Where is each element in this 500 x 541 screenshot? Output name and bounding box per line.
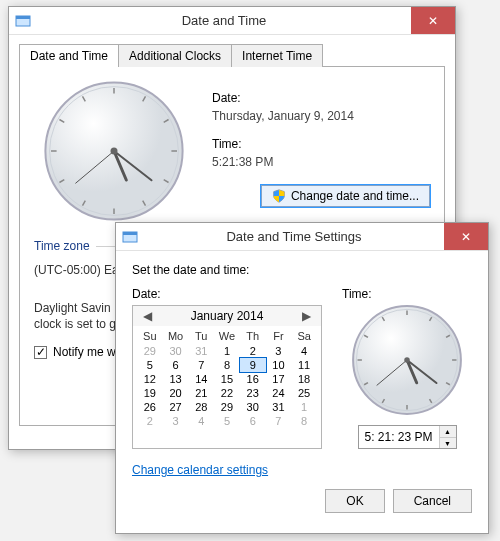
titlebar-settings: Date and Time Settings ✕	[116, 223, 488, 251]
window-icon	[9, 7, 37, 34]
calendar-day[interactable]: 5	[137, 358, 163, 372]
calendar-day[interactable]: 18	[291, 372, 317, 386]
calendar-day[interactable]: 31	[188, 344, 214, 358]
time-label: Time:	[212, 137, 430, 151]
tab-internet-time[interactable]: Internet Time	[231, 44, 323, 67]
analog-clock-small	[352, 305, 462, 415]
notify-label: Notify me w	[53, 345, 116, 359]
calendar-day[interactable]: 30	[163, 344, 189, 358]
time-spinner: ▲ ▼	[439, 426, 456, 448]
calendar-day[interactable]: 7	[266, 414, 292, 428]
calendar-dow: Tu	[188, 328, 214, 344]
calendar-day[interactable]: 12	[137, 372, 163, 386]
svg-point-39	[404, 357, 410, 363]
calendar-day[interactable]: 16	[240, 372, 266, 386]
calendar-day[interactable]: 1	[291, 400, 317, 414]
shield-icon	[272, 189, 286, 203]
calendar-day[interactable]: 23	[240, 386, 266, 400]
calendar-day[interactable]: 11	[291, 358, 317, 372]
svg-rect-1	[16, 16, 30, 19]
calendar-day[interactable]: 29	[137, 344, 163, 358]
check-icon: ✓	[36, 345, 46, 359]
tab-additional-clocks[interactable]: Additional Clocks	[118, 44, 232, 67]
calendar-day[interactable]: 15	[214, 372, 240, 386]
calendar-day[interactable]: 26	[137, 400, 163, 414]
calendar-day[interactable]: 4	[291, 344, 317, 358]
calendar-next-button[interactable]: ▶	[298, 309, 315, 323]
date-value: Thursday, January 9, 2014	[212, 109, 430, 123]
calendar-day[interactable]: 31	[266, 400, 292, 414]
calendar-dow: Th	[240, 328, 266, 344]
time-column-label: Time:	[342, 287, 372, 301]
calendar-day[interactable]: 20	[163, 386, 189, 400]
analog-clock-large	[44, 81, 184, 221]
calendar-day[interactable]: 3	[266, 344, 292, 358]
change-date-and-time-label: Change date and time...	[291, 189, 419, 203]
change-calendar-settings-link[interactable]: Change calendar settings	[132, 463, 268, 477]
change-date-and-time-button[interactable]: Change date and time...	[261, 185, 430, 207]
svg-rect-21	[123, 232, 137, 235]
ok-button[interactable]: OK	[325, 489, 384, 513]
calendar-day[interactable]: 6	[163, 358, 189, 372]
calendar-day[interactable]: 6	[240, 414, 266, 428]
date-and-time-settings-dialog: Date and Time Settings ✕ Set the date an…	[115, 222, 489, 534]
window-icon	[116, 223, 144, 250]
tab-date-and-time[interactable]: Date and Time	[19, 44, 119, 67]
calendar-day[interactable]: 3	[163, 414, 189, 428]
svg-point-19	[111, 148, 118, 155]
calendar-dow: Fr	[266, 328, 292, 344]
calendar-day[interactable]: 7	[188, 358, 214, 372]
calendar-day[interactable]: 21	[188, 386, 214, 400]
calendar-title: January 2014	[191, 309, 264, 323]
calendar-day[interactable]: 27	[163, 400, 189, 414]
calendar-day[interactable]: 5	[214, 414, 240, 428]
calendar-prev-button[interactable]: ◀	[139, 309, 156, 323]
calendar-day[interactable]: 28	[188, 400, 214, 414]
close-icon: ✕	[428, 15, 438, 27]
calendar: ◀ January 2014 ▶ SuMoTuWeThFrSa293031123…	[132, 305, 322, 449]
calendar-grid: SuMoTuWeThFrSa29303112345678910111213141…	[133, 326, 321, 434]
calendar-day[interactable]: 8	[214, 358, 240, 372]
calendar-dow: Mo	[163, 328, 189, 344]
calendar-day[interactable]: 8	[291, 414, 317, 428]
calendar-day[interactable]: 14	[188, 372, 214, 386]
window-title: Date and Time	[37, 13, 411, 28]
calendar-day[interactable]: 19	[137, 386, 163, 400]
date-label: Date:	[212, 91, 430, 105]
tab-strip: Date and Time Additional Clocks Internet…	[9, 35, 455, 66]
time-zone-legend: Time zone	[34, 239, 90, 253]
calendar-day[interactable]: 4	[188, 414, 214, 428]
calendar-dow: Sa	[291, 328, 317, 344]
calendar-day[interactable]: 30	[240, 400, 266, 414]
close-button-dlg1[interactable]: ✕	[411, 7, 455, 34]
calendar-day[interactable]: 17	[266, 372, 292, 386]
time-spin-down[interactable]: ▼	[440, 437, 456, 448]
notify-checkbox[interactable]: ✓	[34, 346, 47, 359]
cancel-button[interactable]: Cancel	[393, 489, 472, 513]
calendar-day[interactable]: 9	[240, 358, 266, 372]
calendar-day[interactable]: 13	[163, 372, 189, 386]
calendar-day[interactable]: 22	[214, 386, 240, 400]
calendar-dow: We	[214, 328, 240, 344]
time-spin-up[interactable]: ▲	[440, 426, 456, 437]
calendar-dow: Su	[137, 328, 163, 344]
calendar-day[interactable]: 25	[291, 386, 317, 400]
titlebar: Date and Time ✕	[9, 7, 455, 35]
calendar-day[interactable]: 24	[266, 386, 292, 400]
time-value: 5:21:38 PM	[212, 155, 430, 169]
calendar-day[interactable]: 2	[137, 414, 163, 428]
settings-window-title: Date and Time Settings	[144, 229, 444, 244]
calendar-day[interactable]: 10	[266, 358, 292, 372]
date-column-label: Date:	[132, 287, 342, 301]
close-button-dlg2[interactable]: ✕	[444, 223, 488, 250]
time-input[interactable]	[359, 426, 439, 448]
calendar-day[interactable]: 1	[214, 344, 240, 358]
calendar-day[interactable]: 29	[214, 400, 240, 414]
settings-prompt: Set the date and time:	[132, 263, 472, 277]
calendar-day[interactable]: 2	[240, 344, 266, 358]
close-icon: ✕	[461, 231, 471, 243]
time-input-group: ▲ ▼	[358, 425, 457, 449]
